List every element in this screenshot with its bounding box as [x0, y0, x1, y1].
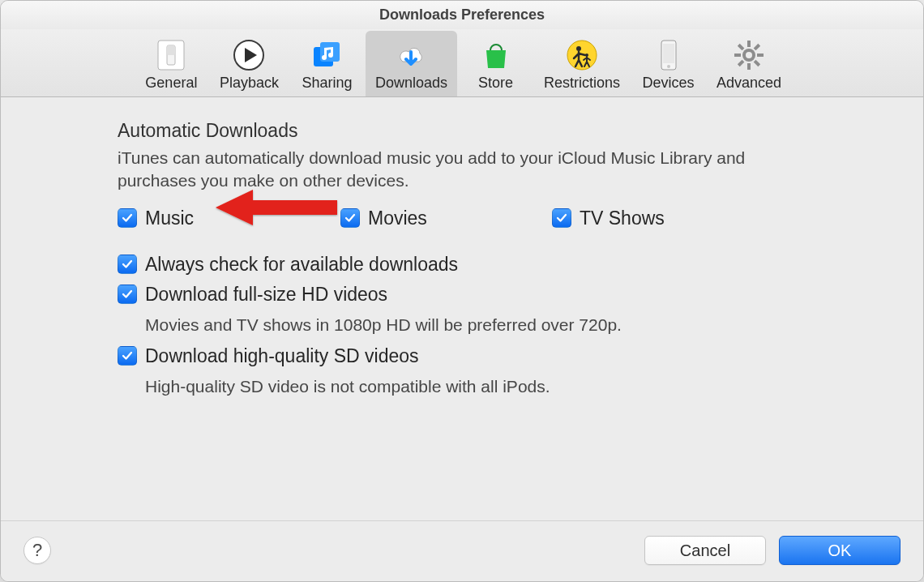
toolbar-tab-general[interactable]: General	[133, 31, 210, 96]
music-share-icon	[309, 37, 344, 73]
toolbar-label: Sharing	[302, 75, 352, 92]
footer-bar: ? Cancel OK	[1, 520, 923, 581]
toolbar-label: General	[145, 75, 197, 92]
svg-rect-18	[754, 44, 760, 50]
parental-icon	[564, 37, 600, 73]
toolbar-tab-downloads[interactable]: Downloads	[366, 31, 457, 96]
toolbar-tab-advanced[interactable]: Advanced	[707, 31, 791, 96]
svg-rect-20	[738, 44, 744, 50]
hd-checkbox[interactable]	[118, 285, 137, 304]
preferences-toolbar: General Playback Sharing Downloads Store	[1, 29, 923, 97]
toolbar-tab-store[interactable]: Store	[457, 31, 534, 96]
content-pane: Automatic Downloads iTunes can automatic…	[1, 97, 923, 520]
sd-description: High-quality SD video is not compatible …	[145, 375, 892, 397]
svg-point-8	[576, 46, 581, 51]
svg-rect-17	[757, 53, 764, 57]
toolbar-tab-sharing[interactable]: Sharing	[289, 31, 366, 96]
window-title: Downloads Preferences	[1, 1, 923, 29]
toolbar-tab-restrictions[interactable]: Restrictions	[534, 31, 630, 96]
toolbar-label: Playback	[220, 75, 279, 92]
section-description: iTunes can automatically download music …	[118, 147, 828, 193]
tvshows-checkbox[interactable]	[552, 208, 571, 228]
section-title: Automatic Downloads	[118, 120, 892, 142]
cloud-download-icon	[393, 37, 429, 73]
hd-description: Movies and TV shows in 1080p HD will be …	[145, 314, 892, 336]
always-check-row: Always check for available downloads	[118, 254, 892, 276]
movies-label: Movies	[368, 208, 427, 229]
svg-rect-16	[734, 53, 741, 57]
music-checkbox[interactable]	[118, 208, 137, 228]
svg-rect-14	[747, 41, 751, 47]
toolbar-label: Advanced	[717, 75, 781, 92]
sd-checkbox[interactable]	[118, 346, 137, 366]
toolbar-label: Downloads	[375, 75, 447, 92]
help-button[interactable]: ?	[24, 537, 51, 564]
toolbar-label: Restrictions	[544, 75, 620, 92]
device-phone-icon	[651, 37, 687, 73]
movies-checkbox[interactable]	[340, 208, 360, 228]
svg-point-22	[746, 52, 752, 58]
hd-row: Download full-size HD videos	[118, 284, 892, 306]
cancel-button[interactable]: Cancel	[644, 536, 766, 565]
ok-button[interactable]: OK	[779, 536, 900, 565]
svg-rect-21	[754, 60, 760, 66]
play-icon	[231, 37, 267, 73]
shopping-bag-icon	[478, 37, 514, 73]
hd-label: Download full-size HD videos	[145, 284, 387, 306]
always-check-checkbox[interactable]	[118, 255, 137, 274]
toolbar-label: Devices	[643, 75, 695, 92]
sd-label: Download high-quality SD videos	[145, 345, 419, 367]
auto-download-types-row: Music Movies TV Shows	[118, 208, 892, 229]
sd-row: Download high-quality SD videos	[118, 345, 892, 367]
tvshows-label: TV Shows	[580, 208, 665, 229]
toolbar-tab-devices[interactable]: Devices	[630, 31, 707, 96]
svg-rect-15	[747, 63, 751, 70]
svg-rect-19	[738, 60, 744, 66]
gear-icon	[731, 37, 767, 73]
toolbar-tab-playback[interactable]: Playback	[210, 31, 289, 96]
svg-rect-2	[167, 45, 175, 55]
toolbar-label: Store	[478, 75, 513, 92]
music-label: Music	[145, 208, 194, 229]
svg-rect-11	[663, 44, 674, 63]
always-check-label: Always check for available downloads	[145, 254, 458, 276]
svg-point-12	[667, 65, 670, 68]
preferences-window: Downloads Preferences General Playback S…	[0, 0, 924, 582]
switch-icon	[153, 37, 189, 73]
